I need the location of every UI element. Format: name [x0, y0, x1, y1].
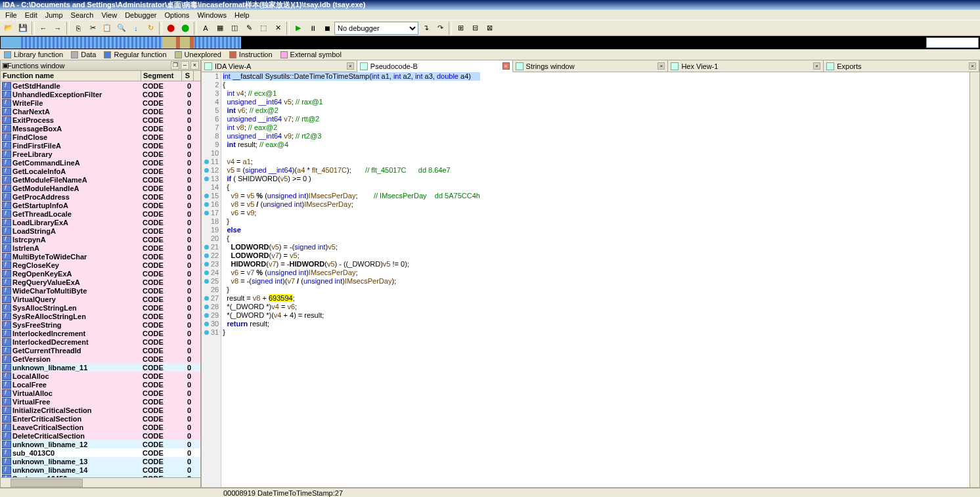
function-row[interactable]: VirtualQueryCODE0 [1, 295, 200, 303]
down-icon[interactable]: ↓ [129, 22, 143, 35]
forward-icon[interactable]: → [51, 22, 64, 35]
source[interactable]: int __fastcall Sysutils::DateTimeToTimeS… [221, 72, 481, 487]
function-row[interactable]: FindFirstFileACODE0 [1, 141, 200, 150]
nav-addr-input[interactable] [926, 37, 979, 48]
menu-view[interactable]: View [97, 11, 121, 19]
function-row[interactable]: GetModuleFileNameACODE0 [1, 175, 200, 184]
function-row[interactable]: InitializeCriticalSectionCODE0 [1, 406, 200, 414]
step-over-icon[interactable]: ↷ [434, 22, 447, 35]
function-row[interactable]: RegOpenKeyExACODE0 [1, 269, 200, 278]
menu-help[interactable]: Help [231, 11, 254, 19]
go-icon[interactable]: ⬤ [179, 22, 192, 35]
function-row[interactable]: sub_4013C0CODE0 [1, 448, 200, 457]
proximity-icon[interactable]: ◫ [228, 22, 241, 35]
xref-icon[interactable]: ✎ [242, 22, 256, 35]
function-row[interactable]: SysReAllocStringLenCODE0 [1, 312, 200, 320]
function-row[interactable]: LoadLibraryExACODE0 [1, 218, 200, 227]
open-icon[interactable]: 📂 [2, 22, 15, 35]
function-row[interactable]: EnterCriticalSectionCODE0 [1, 414, 200, 423]
function-row[interactable]: VirtualFreeCODE0 [1, 397, 200, 406]
debugger-select[interactable]: No debugger [334, 22, 418, 35]
function-row[interactable]: unknown_libname_13CODE0 [1, 457, 200, 465]
copy-icon[interactable]: ⎘ [72, 22, 85, 35]
functions-hscroll[interactable] [1, 477, 200, 487]
function-row[interactable]: MessageBoxACODE0 [1, 124, 200, 133]
function-row[interactable]: GetThreadLocaleCODE0 [1, 209, 200, 218]
function-row[interactable]: SysAllocStringLenCODE0 [1, 303, 200, 312]
function-row[interactable]: GetCommandLineACODE0 [1, 158, 200, 167]
function-row[interactable]: WriteFileCODE0 [1, 98, 200, 107]
menu-debugger[interactable]: Debugger [121, 11, 160, 19]
menu-file[interactable]: File [1, 11, 21, 19]
tab-strings-window[interactable]: Strings window× [513, 60, 669, 72]
tab-exports[interactable]: Exports× [824, 60, 979, 72]
function-row[interactable]: ExitProcessCODE0 [1, 116, 200, 124]
tab-ida-view-a[interactable]: IDA View-A× [202, 60, 357, 72]
run-icon[interactable]: ▶ [292, 22, 305, 35]
term-icon[interactable]: ⏹ [321, 22, 334, 35]
function-row[interactable]: MultiByteToWideCharCODE0 [1, 252, 200, 261]
menu-windows[interactable]: Windows [193, 11, 231, 19]
col-s[interactable]: S [182, 71, 194, 81]
code-view[interactable]: 1234567891011121314151617181920212223242… [202, 72, 979, 487]
function-row[interactable]: GetVersionCODE0 [1, 355, 200, 363]
function-row[interactable]: LoadStringACODE0 [1, 227, 200, 235]
step-into-icon[interactable]: ↴ [419, 22, 432, 35]
nav-bar[interactable] [0, 36, 980, 49]
function-row[interactable]: unknown_libname_12CODE0 [1, 440, 200, 448]
window1-icon[interactable]: ⊞ [454, 22, 467, 35]
cross-icon[interactable]: ✕ [271, 22, 284, 35]
function-row[interactable]: unknown_libname_11CODE0 [1, 363, 200, 372]
function-row[interactable]: GetStdHandleCODE0 [1, 81, 200, 90]
tab-close-icon[interactable]: × [657, 62, 665, 70]
function-row[interactable]: LocalAllocCODE0 [1, 372, 200, 380]
paste-icon[interactable]: 📋 [100, 22, 114, 35]
restore-icon[interactable]: ❐ [171, 61, 179, 70]
function-row[interactable]: lstrcpynACODE0 [1, 235, 200, 244]
menu-edit[interactable]: Edit [21, 11, 41, 19]
hex-icon[interactable]: ⬚ [257, 22, 270, 35]
function-row[interactable]: GetLocaleInfoACODE0 [1, 167, 200, 175]
function-row[interactable]: LeaveCriticalSectionCODE0 [1, 423, 200, 431]
function-row[interactable]: GetStartupInfoACODE0 [1, 201, 200, 209]
close-icon[interactable]: × [190, 61, 199, 70]
function-row[interactable]: LocalFreeCODE0 [1, 380, 200, 389]
function-row[interactable]: InterlockedDecrementCODE0 [1, 337, 200, 346]
graph-icon[interactable]: ▦ [213, 22, 227, 35]
function-row[interactable]: FreeLibraryCODE0 [1, 150, 200, 158]
menu-jump[interactable]: Jump [41, 11, 67, 19]
function-row[interactable]: VirtualAllocCODE0 [1, 389, 200, 397]
functions-column-header[interactable]: Function name Segment S [1, 71, 200, 81]
tab-pseudocode-b[interactable]: Pseudocode-B× [357, 60, 513, 72]
function-row[interactable]: FindCloseCODE0 [1, 133, 200, 141]
find-icon[interactable]: 🔍 [115, 22, 128, 35]
cut-icon[interactable]: ✂ [86, 22, 99, 35]
window3-icon[interactable]: ⊠ [483, 22, 496, 35]
stop-icon[interactable]: ⬤ [164, 22, 177, 35]
function-row[interactable]: GetProcAddressCODE0 [1, 192, 200, 201]
function-row[interactable]: UnhandledExceptionFilterCODE0 [1, 90, 200, 98]
back-icon[interactable]: ← [37, 22, 50, 35]
vscrollbar[interactable] [969, 72, 979, 487]
function-row[interactable]: RegCloseKeyCODE0 [1, 261, 200, 269]
function-row[interactable]: GetCurrentThreadIdCODE0 [1, 346, 200, 355]
function-row[interactable]: lstrlenACODE0 [1, 244, 200, 252]
function-row[interactable]: WideCharToMultiByteCODE0 [1, 286, 200, 295]
col-function-name[interactable]: Function name [1, 71, 141, 81]
menu-options[interactable]: Options [160, 11, 193, 19]
function-row[interactable]: InterlockedIncrementCODE0 [1, 329, 200, 337]
function-row[interactable]: SysFreeStringCODE0 [1, 320, 200, 329]
window2-icon[interactable]: ⊟ [468, 22, 481, 35]
function-row[interactable]: DeleteCriticalSectionCODE0 [1, 431, 200, 440]
tab-hex-view-1[interactable]: Hex View-1× [668, 60, 824, 72]
pause-icon[interactable]: ⏸ [306, 22, 319, 35]
tab-close-icon[interactable]: × [502, 62, 510, 70]
functions-list[interactable]: GetStdHandleCODE0UnhandledExceptionFilte… [1, 81, 200, 477]
col-segment[interactable]: Segment [141, 71, 182, 81]
tab-close-icon[interactable]: × [347, 62, 354, 70]
minimize-icon[interactable]: – [181, 61, 189, 70]
function-row[interactable]: CharNextACODE0 [1, 107, 200, 116]
tab-close-icon[interactable]: × [969, 62, 976, 70]
function-row[interactable]: RegQueryValueExACODE0 [1, 278, 200, 286]
refresh-icon[interactable]: ↻ [144, 22, 157, 35]
